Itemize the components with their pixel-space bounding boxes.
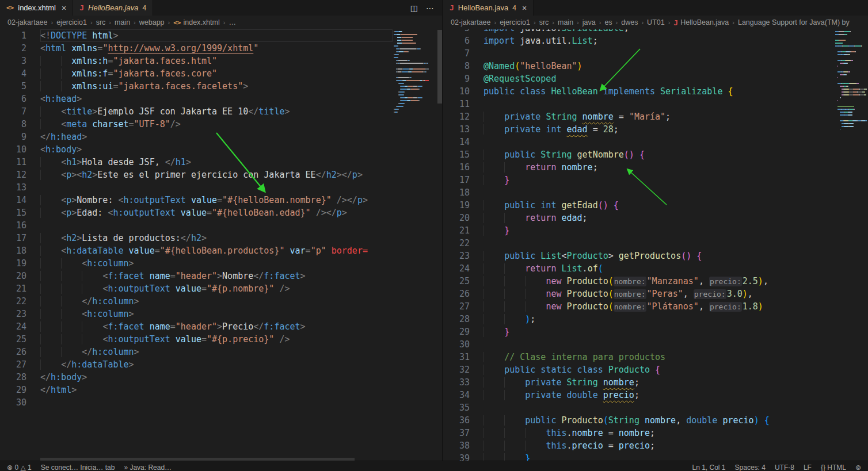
code-line[interactable]: 25 new Producto(nombre:"Manzanas", preci… <box>443 275 832 288</box>
breadcrumb-item[interactable]: … <box>229 18 236 26</box>
code-line[interactable]: 8@Named("helloBean") <box>443 60 832 72</box>
code-line[interactable]: 2<html xmlns="http://www.w3.org/1999/xht… <box>0 42 393 55</box>
code-line[interactable]: 16 <box>0 219 393 232</box>
code-line[interactable]: 9@RequestScoped <box>443 72 832 85</box>
code-line[interactable]: 11 <box>443 98 832 110</box>
code-line[interactable]: 7 <box>443 47 832 60</box>
tab-index.xhtml[interactable]: <>index.xhtml× <box>0 0 73 16</box>
code-line[interactable]: 24 return List.of( <box>443 262 832 275</box>
status-item[interactable]: Se conect… Inicia… tab <box>41 464 115 471</box>
code-line[interactable]: 13 private int edad = 28; <box>443 123 832 136</box>
code-line[interactable]: 20 <f:facet name="header">Nombre</f:face… <box>0 270 393 282</box>
breadcrumb-item[interactable]: <>index.xhtml <box>173 18 219 26</box>
code-line[interactable]: 16 return nombre; <box>443 161 832 174</box>
vertical-scrollbar-left[interactable] <box>437 30 442 104</box>
breadcrumb-item[interactable]: ejercicio1 <box>500 18 530 26</box>
code-line[interactable]: 22 <box>443 237 832 250</box>
code-line[interactable]: 28 ); <box>443 313 832 326</box>
code-line[interactable]: 23 <h:column> <box>0 308 393 320</box>
tab-HelloBean.java[interactable]: JHelloBean.java4× <box>443 0 534 16</box>
code-line[interactable]: 21 } <box>443 224 832 237</box>
code-line[interactable]: 15 <p>Edad: <h:outputText value="#{hello… <box>0 206 393 219</box>
breadcrumb-item[interactable]: ejercicio1 <box>56 18 87 26</box>
code-line[interactable]: 23 public List<Producto> getProductos() … <box>443 250 832 262</box>
breadcrumb-item[interactable]: src <box>539 18 549 26</box>
code-editor-right[interactable]: 5import java.io.Serializable;6import jav… <box>443 22 832 464</box>
code-line[interactable]: 21 <h:outputText value="#{p.nombre}" /> <box>0 282 393 295</box>
code-line[interactable]: 30 <box>443 338 832 351</box>
code-line[interactable]: 12 private String nombre = "María"; <box>443 110 832 123</box>
code-line[interactable]: 29</html> <box>0 384 393 396</box>
breadcrumb-item[interactable]: dwes <box>621 18 638 26</box>
code-line[interactable]: 10public class HelloBean implements Seri… <box>443 85 832 98</box>
code-line[interactable]: 24 <f:facet name="header">Precio</f:face… <box>0 320 393 333</box>
code-line[interactable]: 38 this.precio = precio; <box>443 439 832 452</box>
code-line[interactable]: 18 <h:dataTable value="#{helloBean.produ… <box>0 244 393 257</box>
code-line[interactable]: 10<h:body> <box>0 143 393 156</box>
code-line[interactable]: 33 private String nombre; <box>443 376 832 389</box>
code-line[interactable]: 35 <box>443 401 832 414</box>
minimap-right[interactable] <box>835 31 868 132</box>
status-item[interactable]: Ln 1, Col 1 <box>692 464 725 471</box>
code-line[interactable]: 13 <box>0 181 393 194</box>
status-item[interactable]: LF <box>804 464 812 471</box>
code-line[interactable]: 29 } <box>443 326 832 338</box>
status-item[interactable]: ⊗ 0 △ 1 <box>7 464 32 471</box>
code-line[interactable]: 25 <h:outputText value="#{p.precio}" /> <box>0 333 393 346</box>
more-actions-icon[interactable]: ⋯ <box>426 3 434 13</box>
code-line[interactable]: 27 new Producto(nombre:"Plátanos", preci… <box>443 300 832 313</box>
code-line[interactable]: 20 return edad; <box>443 212 832 224</box>
code-line[interactable]: 31 // Clase interna para productos <box>443 351 832 363</box>
code-line[interactable]: 14 <p>Nombre: <h:outputText value="#{hel… <box>0 194 393 206</box>
code-line[interactable]: 37 this.nombre = nombre; <box>443 427 832 439</box>
code-line[interactable]: 26 </h:column> <box>0 346 393 358</box>
code-line[interactable]: 5 xmlns:ui="jakarta.faces.facelets"> <box>0 80 393 93</box>
code-line[interactable]: 34 private double precio; <box>443 389 832 401</box>
breadcrumb-item[interactable]: main <box>115 18 130 26</box>
code-line[interactable]: 27 </h:dataTable> <box>0 358 393 371</box>
split-editor-icon[interactable]: ◫ <box>410 3 418 13</box>
code-line[interactable]: 30 <box>0 396 393 409</box>
close-icon[interactable]: × <box>522 4 527 12</box>
breadcrumb-item[interactable]: 02-jakartaee <box>451 18 491 26</box>
status-item[interactable]: {} HTML <box>821 464 846 471</box>
breadcrumb-item[interactable]: 02-jakartaee <box>7 18 48 26</box>
breadcrumb-item[interactable]: JHelloBean.java <box>673 18 729 27</box>
code-line[interactable]: 7 <title>Ejemplo JSF con Jakarta EE 10</… <box>0 105 393 118</box>
breadcrumb-item[interactable]: Language Support for Java(TM) by <box>738 18 850 26</box>
status-item[interactable]: » Java: Read… <box>124 464 172 471</box>
code-line[interactable]: 8 <meta charset="UTF-8"/> <box>0 118 393 131</box>
code-line[interactable]: 15 public String getNombre() { <box>443 148 832 161</box>
code-line[interactable]: 4 xmlns:f="jakarta.faces.core" <box>0 67 393 80</box>
tab-HelloBean.java[interactable]: JHelloBean.java4 <box>73 0 153 16</box>
status-item[interactable]: ⊚ <box>855 464 861 471</box>
code-line[interactable]: 28</h:body> <box>0 371 393 384</box>
code-line[interactable]: 26 new Producto(nombre:"Peras", precio:3… <box>443 288 832 300</box>
status-item[interactable]: Spaces: 4 <box>735 464 766 471</box>
code-line[interactable]: 14 <box>443 136 832 148</box>
breadcrumb-item[interactable]: src <box>96 18 106 26</box>
breadcrumb-item[interactable]: es <box>604 18 612 26</box>
status-item[interactable]: UTF-8 <box>775 464 794 471</box>
code-line[interactable]: 17 <h2>Lista de productos:</h2> <box>0 232 393 244</box>
code-line[interactable]: 18 <box>443 186 832 199</box>
code-line[interactable]: 1<!DOCTYPE html> <box>0 29 393 42</box>
code-line[interactable]: 32 public static class Producto { <box>443 363 832 376</box>
close-icon[interactable]: × <box>62 4 66 12</box>
code-line[interactable]: 6import java.util.List; <box>443 35 832 47</box>
breadcrumb-item[interactable]: webapp <box>139 18 165 26</box>
code-line[interactable]: 22 </h:column> <box>0 295 393 308</box>
code-line[interactable]: 19 <h:column> <box>0 257 393 270</box>
code-line[interactable]: 36 public Producto(String nombre, double… <box>443 414 832 427</box>
breadcrumb-item[interactable]: UT01 <box>647 18 665 26</box>
breadcrumb-item[interactable]: java <box>583 18 596 26</box>
code-line[interactable]: 9</h:head> <box>0 131 393 143</box>
code-line[interactable]: 11 <h1>Hola desde JSF, </h1> <box>0 156 393 169</box>
minimap-left[interactable] <box>394 31 437 117</box>
code-line[interactable]: 3 xmlns:h="jakarta.faces.html" <box>0 55 393 67</box>
code-editor-left[interactable]: 1<!DOCTYPE html>2<html xmlns="http://www… <box>0 29 393 409</box>
code-line[interactable]: 6<h:head> <box>0 93 393 105</box>
code-line[interactable]: 19 public int getEdad() { <box>443 199 832 212</box>
breadcrumb-item[interactable]: main <box>558 18 573 26</box>
code-line[interactable]: 17 } <box>443 174 832 186</box>
